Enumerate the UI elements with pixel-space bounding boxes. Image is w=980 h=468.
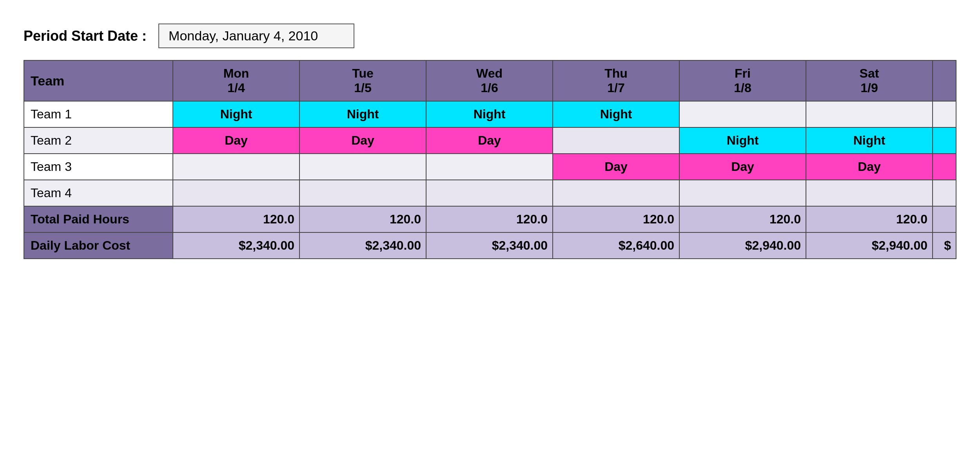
table-row: Team 4 bbox=[24, 180, 956, 206]
shift-cell bbox=[299, 154, 426, 180]
daily-labor-cost-row: Daily Labor Cost $2,340.00 $2,340.00 $2,… bbox=[24, 232, 956, 259]
col-more-header bbox=[933, 60, 956, 101]
schedule-table: Team Mon 1/4 Tue 1/5 Wed 1/6 Thu 1/7 Fri… bbox=[24, 60, 956, 259]
shift-cell: Day bbox=[173, 127, 299, 154]
shift-cell bbox=[426, 180, 553, 206]
shift-cell bbox=[173, 154, 299, 180]
labor-cost-thu: $2,640.00 bbox=[553, 232, 679, 259]
labor-cost-wed: $2,340.00 bbox=[426, 232, 553, 259]
col-mon-header: Mon 1/4 bbox=[173, 60, 299, 101]
shift-cell bbox=[933, 154, 956, 180]
total-paid-label: Total Paid Hours bbox=[24, 206, 173, 232]
paid-hours-more bbox=[933, 206, 956, 232]
col-fri-header: Fri 1/8 bbox=[679, 60, 806, 101]
labor-cost-more: $ bbox=[933, 232, 956, 259]
table-row: Team 2 Day Day Day Night Night bbox=[24, 127, 956, 154]
shift-cell: Night bbox=[553, 101, 679, 127]
labor-cost-sat: $2,940.00 bbox=[806, 232, 933, 259]
labor-cost-mon: $2,340.00 bbox=[173, 232, 299, 259]
shift-cell: Day bbox=[426, 127, 553, 154]
shift-cell bbox=[933, 127, 956, 154]
shift-cell bbox=[679, 101, 806, 127]
col-team-header: Team bbox=[24, 60, 173, 101]
paid-hours-mon: 120.0 bbox=[173, 206, 299, 232]
shift-cell bbox=[679, 180, 806, 206]
shift-cell: Night bbox=[679, 127, 806, 154]
team-name: Team 3 bbox=[24, 154, 173, 180]
paid-hours-sat: 120.0 bbox=[806, 206, 933, 232]
col-wed-header: Wed 1/6 bbox=[426, 60, 553, 101]
paid-hours-wed: 120.0 bbox=[426, 206, 553, 232]
shift-cell: Day bbox=[679, 154, 806, 180]
shift-cell bbox=[426, 154, 553, 180]
labor-cost-fri: $2,940.00 bbox=[679, 232, 806, 259]
col-tue-header: Tue 1/5 bbox=[299, 60, 426, 101]
shift-cell bbox=[173, 180, 299, 206]
shift-cell bbox=[806, 101, 933, 127]
team-name: Team 4 bbox=[24, 180, 173, 206]
header-row: Team Mon 1/4 Tue 1/5 Wed 1/6 Thu 1/7 Fri… bbox=[24, 60, 956, 101]
total-paid-hours-row: Total Paid Hours 120.0 120.0 120.0 120.0… bbox=[24, 206, 956, 232]
shift-cell bbox=[806, 180, 933, 206]
shift-cell bbox=[553, 180, 679, 206]
shift-cell: Day bbox=[806, 154, 933, 180]
col-sat-header: Sat 1/9 bbox=[806, 60, 933, 101]
shift-cell: Night bbox=[806, 127, 933, 154]
paid-hours-tue: 120.0 bbox=[299, 206, 426, 232]
shift-cell bbox=[933, 101, 956, 127]
period-value[interactable]: Monday, January 4, 2010 bbox=[158, 24, 354, 48]
labor-cost-tue: $2,340.00 bbox=[299, 232, 426, 259]
shift-cell: Day bbox=[299, 127, 426, 154]
team-name: Team 2 bbox=[24, 127, 173, 154]
table-row: Team 1 Night Night Night Night bbox=[24, 101, 956, 127]
col-thu-header: Thu 1/7 bbox=[553, 60, 679, 101]
shift-cell: Night bbox=[173, 101, 299, 127]
team-name: Team 1 bbox=[24, 101, 173, 127]
paid-hours-fri: 120.0 bbox=[679, 206, 806, 232]
labor-cost-label: Daily Labor Cost bbox=[24, 232, 173, 259]
shift-cell bbox=[553, 127, 679, 154]
shift-cell: Day bbox=[553, 154, 679, 180]
shift-cell bbox=[933, 180, 956, 206]
paid-hours-thu: 120.0 bbox=[553, 206, 679, 232]
shift-cell bbox=[299, 180, 426, 206]
period-label: Period Start Date : bbox=[24, 28, 147, 44]
period-start-row: Period Start Date : Monday, January 4, 2… bbox=[24, 24, 956, 48]
shift-cell: Night bbox=[426, 101, 553, 127]
table-row: Team 3 Day Day Day bbox=[24, 154, 956, 180]
shift-cell: Night bbox=[299, 101, 426, 127]
